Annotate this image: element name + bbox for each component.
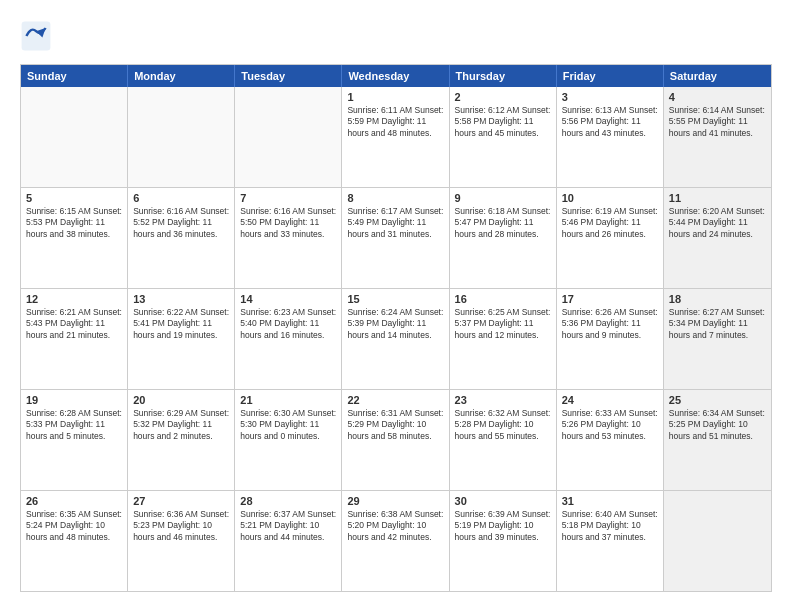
calendar-header: SundayMondayTuesdayWednesdayThursdayFrid… [21,65,771,87]
cell-info: Sunrise: 6:12 AM Sunset: 5:58 PM Dayligh… [455,105,551,139]
calendar-cell: 4Sunrise: 6:14 AM Sunset: 5:55 PM Daylig… [664,87,771,187]
calendar-body: 1Sunrise: 6:11 AM Sunset: 5:59 PM Daylig… [21,87,771,591]
calendar-cell: 13Sunrise: 6:22 AM Sunset: 5:41 PM Dayli… [128,289,235,389]
cell-info: Sunrise: 6:35 AM Sunset: 5:24 PM Dayligh… [26,509,122,543]
cell-info: Sunrise: 6:28 AM Sunset: 5:33 PM Dayligh… [26,408,122,442]
cell-info: Sunrise: 6:15 AM Sunset: 5:53 PM Dayligh… [26,206,122,240]
calendar-row: 19Sunrise: 6:28 AM Sunset: 5:33 PM Dayli… [21,390,771,491]
cell-info: Sunrise: 6:36 AM Sunset: 5:23 PM Dayligh… [133,509,229,543]
calendar: SundayMondayTuesdayWednesdayThursdayFrid… [20,64,772,592]
cell-info: Sunrise: 6:16 AM Sunset: 5:50 PM Dayligh… [240,206,336,240]
cell-info: Sunrise: 6:24 AM Sunset: 5:39 PM Dayligh… [347,307,443,341]
cell-info: Sunrise: 6:37 AM Sunset: 5:21 PM Dayligh… [240,509,336,543]
day-number: 12 [26,293,122,305]
calendar-cell: 17Sunrise: 6:26 AM Sunset: 5:36 PM Dayli… [557,289,664,389]
cell-info: Sunrise: 6:38 AM Sunset: 5:20 PM Dayligh… [347,509,443,543]
day-number: 20 [133,394,229,406]
cell-info: Sunrise: 6:40 AM Sunset: 5:18 PM Dayligh… [562,509,658,543]
day-number: 3 [562,91,658,103]
cell-info: Sunrise: 6:16 AM Sunset: 5:52 PM Dayligh… [133,206,229,240]
calendar-cell: 28Sunrise: 6:37 AM Sunset: 5:21 PM Dayli… [235,491,342,591]
cell-info: Sunrise: 6:11 AM Sunset: 5:59 PM Dayligh… [347,105,443,139]
weekday-header: Wednesday [342,65,449,87]
calendar-cell: 18Sunrise: 6:27 AM Sunset: 5:34 PM Dayli… [664,289,771,389]
day-number: 21 [240,394,336,406]
day-number: 8 [347,192,443,204]
cell-info: Sunrise: 6:30 AM Sunset: 5:30 PM Dayligh… [240,408,336,442]
weekday-header: Tuesday [235,65,342,87]
calendar-cell [21,87,128,187]
day-number: 30 [455,495,551,507]
calendar-cell: 21Sunrise: 6:30 AM Sunset: 5:30 PM Dayli… [235,390,342,490]
calendar-cell: 1Sunrise: 6:11 AM Sunset: 5:59 PM Daylig… [342,87,449,187]
day-number: 23 [455,394,551,406]
cell-info: Sunrise: 6:19 AM Sunset: 5:46 PM Dayligh… [562,206,658,240]
day-number: 24 [562,394,658,406]
calendar-cell: 9Sunrise: 6:18 AM Sunset: 5:47 PM Daylig… [450,188,557,288]
calendar-cell: 8Sunrise: 6:17 AM Sunset: 5:49 PM Daylig… [342,188,449,288]
cell-info: Sunrise: 6:18 AM Sunset: 5:47 PM Dayligh… [455,206,551,240]
logo-icon [20,20,52,52]
cell-info: Sunrise: 6:20 AM Sunset: 5:44 PM Dayligh… [669,206,766,240]
calendar-cell: 22Sunrise: 6:31 AM Sunset: 5:29 PM Dayli… [342,390,449,490]
cell-info: Sunrise: 6:34 AM Sunset: 5:25 PM Dayligh… [669,408,766,442]
cell-info: Sunrise: 6:14 AM Sunset: 5:55 PM Dayligh… [669,105,766,139]
calendar-cell: 31Sunrise: 6:40 AM Sunset: 5:18 PM Dayli… [557,491,664,591]
calendar-cell: 24Sunrise: 6:33 AM Sunset: 5:26 PM Dayli… [557,390,664,490]
calendar-cell: 6Sunrise: 6:16 AM Sunset: 5:52 PM Daylig… [128,188,235,288]
cell-info: Sunrise: 6:17 AM Sunset: 5:49 PM Dayligh… [347,206,443,240]
cell-info: Sunrise: 6:29 AM Sunset: 5:32 PM Dayligh… [133,408,229,442]
page: SundayMondayTuesdayWednesdayThursdayFrid… [0,0,792,612]
calendar-cell: 12Sunrise: 6:21 AM Sunset: 5:43 PM Dayli… [21,289,128,389]
day-number: 7 [240,192,336,204]
calendar-cell [664,491,771,591]
weekday-header: Monday [128,65,235,87]
calendar-cell: 14Sunrise: 6:23 AM Sunset: 5:40 PM Dayli… [235,289,342,389]
calendar-cell [235,87,342,187]
day-number: 25 [669,394,766,406]
day-number: 16 [455,293,551,305]
day-number: 17 [562,293,658,305]
cell-info: Sunrise: 6:21 AM Sunset: 5:43 PM Dayligh… [26,307,122,341]
cell-info: Sunrise: 6:33 AM Sunset: 5:26 PM Dayligh… [562,408,658,442]
day-number: 29 [347,495,443,507]
calendar-cell: 16Sunrise: 6:25 AM Sunset: 5:37 PM Dayli… [450,289,557,389]
cell-info: Sunrise: 6:31 AM Sunset: 5:29 PM Dayligh… [347,408,443,442]
day-number: 19 [26,394,122,406]
day-number: 2 [455,91,551,103]
cell-info: Sunrise: 6:39 AM Sunset: 5:19 PM Dayligh… [455,509,551,543]
day-number: 9 [455,192,551,204]
calendar-cell [128,87,235,187]
day-number: 6 [133,192,229,204]
logo [20,20,58,52]
calendar-cell: 29Sunrise: 6:38 AM Sunset: 5:20 PM Dayli… [342,491,449,591]
day-number: 18 [669,293,766,305]
calendar-cell: 10Sunrise: 6:19 AM Sunset: 5:46 PM Dayli… [557,188,664,288]
calendar-row: 26Sunrise: 6:35 AM Sunset: 5:24 PM Dayli… [21,491,771,591]
cell-info: Sunrise: 6:25 AM Sunset: 5:37 PM Dayligh… [455,307,551,341]
calendar-cell: 25Sunrise: 6:34 AM Sunset: 5:25 PM Dayli… [664,390,771,490]
day-number: 27 [133,495,229,507]
calendar-cell: 30Sunrise: 6:39 AM Sunset: 5:19 PM Dayli… [450,491,557,591]
weekday-header: Thursday [450,65,557,87]
day-number: 10 [562,192,658,204]
day-number: 11 [669,192,766,204]
header [20,20,772,52]
calendar-row: 5Sunrise: 6:15 AM Sunset: 5:53 PM Daylig… [21,188,771,289]
day-number: 22 [347,394,443,406]
calendar-cell: 15Sunrise: 6:24 AM Sunset: 5:39 PM Dayli… [342,289,449,389]
day-number: 26 [26,495,122,507]
calendar-cell: 11Sunrise: 6:20 AM Sunset: 5:44 PM Dayli… [664,188,771,288]
calendar-cell: 5Sunrise: 6:15 AM Sunset: 5:53 PM Daylig… [21,188,128,288]
calendar-cell: 26Sunrise: 6:35 AM Sunset: 5:24 PM Dayli… [21,491,128,591]
svg-rect-0 [22,22,51,51]
day-number: 28 [240,495,336,507]
day-number: 15 [347,293,443,305]
cell-info: Sunrise: 6:27 AM Sunset: 5:34 PM Dayligh… [669,307,766,341]
calendar-cell: 20Sunrise: 6:29 AM Sunset: 5:32 PM Dayli… [128,390,235,490]
calendar-row: 1Sunrise: 6:11 AM Sunset: 5:59 PM Daylig… [21,87,771,188]
day-number: 1 [347,91,443,103]
cell-info: Sunrise: 6:22 AM Sunset: 5:41 PM Dayligh… [133,307,229,341]
weekday-header: Saturday [664,65,771,87]
cell-info: Sunrise: 6:13 AM Sunset: 5:56 PM Dayligh… [562,105,658,139]
